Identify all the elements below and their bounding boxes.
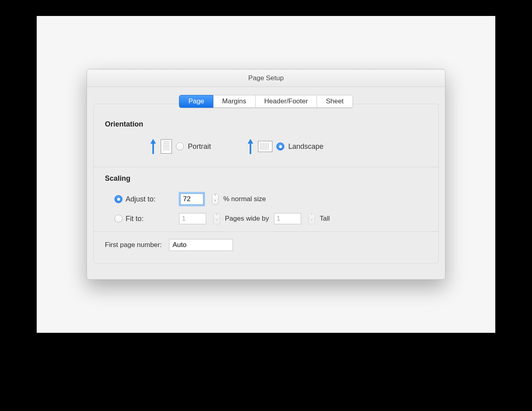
fit-wide-stepper[interactable]: ˄ ˅ (213, 213, 220, 224)
dialog-content: Page Margins Header/Footer Sheet Orienta… (87, 87, 445, 279)
stepper-up-icon[interactable]: ˄ (214, 213, 220, 219)
fit-tall-input[interactable] (274, 213, 301, 224)
stepper-up-icon[interactable]: ˄ (309, 213, 315, 219)
portrait-radio[interactable] (176, 142, 184, 150)
fit-to-option[interactable]: Fit to: (114, 215, 174, 223)
tab-page[interactable]: Page (179, 95, 213, 108)
titlebar: Page Setup (87, 69, 445, 87)
dialog-backdrop: Page Setup Page Margins Header/Footer Sh… (37, 16, 495, 333)
page-panel: Orientation (93, 104, 439, 263)
fit-wide-input[interactable] (179, 213, 206, 224)
scaling-heading: Scaling (105, 174, 427, 183)
pages-wide-by-label: Pages wide by (225, 215, 269, 223)
fit-to-row: Fit to: ˄ ˅ Pages wide by ˄ ˅ (114, 213, 427, 224)
page-portrait-icon (161, 139, 172, 154)
first-page-number-input[interactable] (169, 239, 233, 251)
divider (94, 167, 438, 167)
adjust-suffix-label: % normal size (223, 195, 266, 203)
adjust-to-label: Adjust to: (126, 195, 156, 204)
dialog-title: Page Setup (248, 74, 284, 82)
first-page-row: First page number: (105, 239, 427, 251)
fit-to-radio[interactable] (114, 215, 122, 223)
fit-tall-stepper[interactable]: ˄ ˅ (308, 213, 315, 224)
adjust-to-row: Adjust to: ˄ ˅ % normal size (114, 192, 427, 206)
landscape-radio[interactable] (276, 142, 284, 150)
tab-header-footer[interactable]: Header/Footer (256, 95, 317, 108)
orientation-portrait-option[interactable]: Portrait (150, 138, 211, 155)
adjust-to-radio[interactable] (114, 195, 122, 203)
portrait-label: Portrait (188, 142, 211, 151)
adjust-percent-input[interactable] (180, 194, 203, 205)
adjust-percent-stepper[interactable]: ˄ ˅ (212, 194, 219, 205)
adjust-to-option[interactable]: Adjust to: (114, 195, 174, 204)
arrow-up-icon (150, 138, 157, 155)
landscape-label: Landscape (288, 142, 323, 151)
stepper-up-icon[interactable]: ˄ (212, 194, 218, 199)
page-landscape-icon (258, 141, 272, 152)
orientation-heading: Orientation (105, 120, 427, 128)
stepper-down-icon[interactable]: ˅ (214, 219, 220, 224)
tab-margins[interactable]: Margins (213, 95, 255, 108)
tall-label: Tall (320, 215, 330, 223)
tab-sheet[interactable]: Sheet (317, 95, 353, 108)
first-page-number-label: First page number: (105, 241, 162, 249)
stepper-down-icon[interactable]: ˅ (212, 199, 218, 204)
orientation-landscape-option[interactable]: Landscape (247, 138, 323, 155)
fit-to-label: Fit to: (126, 215, 144, 223)
divider (94, 231, 438, 232)
orientation-group: Portrait (105, 138, 427, 155)
page-setup-dialog: Page Setup Page Margins Header/Footer Sh… (87, 69, 445, 280)
stepper-down-icon[interactable]: ˅ (309, 219, 315, 224)
arrow-up-icon (247, 138, 254, 155)
